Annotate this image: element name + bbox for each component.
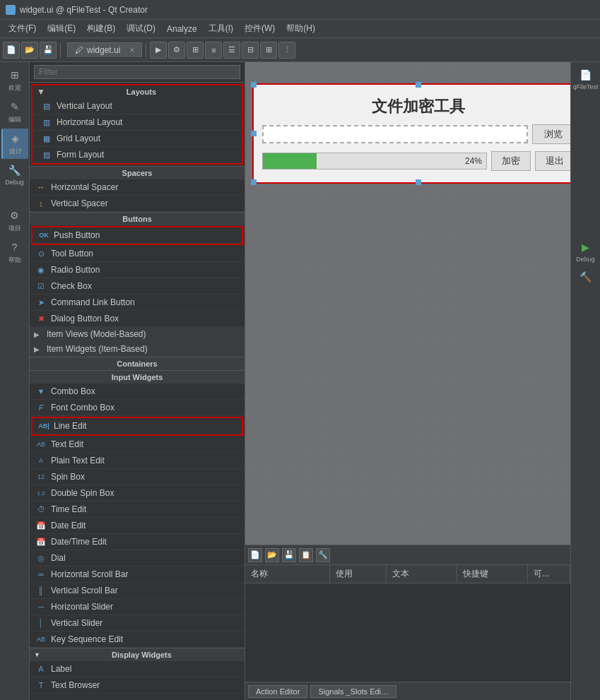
horizontal-layout-icon: ▥	[41, 117, 52, 128]
bottom-btn-tools[interactable]: 🔧	[316, 548, 330, 562]
widget-item-views-model[interactable]: ▶ Item Views (Model-Based)	[30, 327, 245, 342]
widget-item-spin-box[interactable]: 12 Spin Box	[30, 469, 245, 485]
file-tab-label: widget.ui	[87, 45, 120, 55]
toolbar-btn7[interactable]: ⊞	[260, 42, 277, 59]
widget-label-check-box: Check Box	[51, 281, 92, 291]
widget-item-horizontal-scroll-bar[interactable]: ═ Horizontal Scroll Bar	[30, 566, 245, 583]
quit-button[interactable]: 退出	[535, 151, 570, 171]
menu-edit[interactable]: 编辑(E)	[42, 21, 81, 36]
toolbar-save[interactable]: 💾	[40, 42, 57, 59]
toolbar-btn2[interactable]: ⚙	[168, 42, 185, 59]
form-file-row: 浏览	[262, 124, 570, 144]
widget-item-dial[interactable]: ◎ Dial	[30, 550, 245, 566]
right-icon-qfiletest[interactable]: 📄 qFileTest	[572, 65, 599, 93]
tool-button-icon: ⊙	[35, 248, 47, 259]
tab-signals-slots[interactable]: Signals _Slots Edi…	[310, 685, 396, 698]
widget-item-command-link-button[interactable]: ➤ Command Link Button	[30, 295, 245, 311]
toolbar-btn8[interactable]: ⋮	[278, 42, 295, 59]
widget-item-combo-box[interactable]: ▼ Combo Box	[30, 384, 245, 400]
toolbar-btn1[interactable]: ▶	[150, 42, 167, 59]
menu-analyze[interactable]: Analyze	[161, 23, 203, 35]
hammer-icon: 🔨	[579, 270, 593, 284]
menu-tools[interactable]: 工具(I)	[203, 21, 239, 36]
right-icon-play[interactable]: ▶ Debug	[572, 237, 599, 266]
bottom-btn-save[interactable]: 💾	[282, 548, 296, 562]
bottom-btn-new[interactable]: 📄	[248, 548, 262, 562]
design-canvas[interactable]: 文件加密工具 浏览 24% 加密	[245, 62, 570, 545]
sidebar-item-project[interactable]: ⚙ 项目	[1, 206, 28, 236]
widget-item-tool-button[interactable]: ⊙ Tool Button	[30, 246, 245, 262]
toolbar-btn4[interactable]: ≡	[205, 42, 222, 59]
file-tab-icon: 🖊	[75, 45, 83, 55]
menu-file[interactable]: 文件(F)	[3, 21, 42, 36]
widget-label-v-slider: Vertical Slider	[51, 618, 102, 628]
widget-item-form-layout[interactable]: ▧ Form Layout	[33, 147, 242, 163]
widget-item-label[interactable]: A Label	[30, 661, 245, 677]
menu-debug[interactable]: 调试(D)	[121, 21, 161, 36]
sidebar-item-welcome[interactable]: ⊞ 欢迎	[1, 65, 28, 95]
widget-item-dialog-button-box[interactable]: ✖ Dialog Button Box	[30, 311, 245, 327]
bottom-btn-copy[interactable]: 📋	[299, 548, 313, 562]
widget-item-date-edit[interactable]: 📅 Date Edit	[30, 518, 245, 534]
widget-item-datetime-edit[interactable]: 📅 Date/Time Edit	[30, 534, 245, 550]
encrypt-button[interactable]: 加密	[491, 151, 531, 171]
handle-ml[interactable]	[251, 131, 257, 136]
sidebar-label-help: 帮助	[8, 256, 21, 265]
toolbar-new[interactable]: 📄	[3, 42, 20, 59]
sidebar-item-help[interactable]: ? 帮助	[1, 237, 28, 268]
tab-action-editor[interactable]: Action Editor	[248, 685, 307, 698]
widget-item-push-button[interactable]: OK Push Button	[33, 227, 242, 244]
handle-bl[interactable]	[251, 179, 257, 185]
widget-item-plain-text-edit[interactable]: A Plain Text Edit	[30, 453, 245, 469]
right-icon-hammer[interactable]: 🔨	[572, 267, 599, 288]
widget-item-widgets-item[interactable]: ▶ Item Widgets (Item-Based)	[30, 342, 245, 357]
filter-input[interactable]	[34, 65, 240, 79]
form-layout-icon: ▧	[41, 149, 52, 160]
widget-item-vertical-slider[interactable]: │ Vertical Slider	[30, 615, 245, 631]
widget-item-time-edit[interactable]: ⏱ Time Edit	[30, 502, 245, 518]
handle-tl[interactable]	[251, 82, 257, 88]
sidebar-item-edit[interactable]: ✎ 编辑	[1, 97, 28, 127]
widget-label-vertical-layout: Vertical Layout	[57, 101, 112, 111]
widget-item-text-edit[interactable]: AB Text Edit	[30, 437, 245, 453]
handle-tm[interactable]	[416, 82, 421, 88]
layouts-collapse[interactable]: ▼ Layouts	[33, 85, 242, 98]
toolbar-btn6[interactable]: ⊟	[242, 42, 259, 59]
toolbar-open[interactable]: 📂	[21, 42, 38, 59]
widget-item-check-box[interactable]: ☑ Check Box	[30, 278, 245, 295]
line-edit-icon: AB|	[38, 420, 49, 432]
bottom-btn-open[interactable]: 📂	[265, 548, 279, 562]
widget-item-vertical-spacer[interactable]: ↕ Vertical Spacer	[30, 196, 245, 212]
widget-item-text-browser[interactable]: T Text Browser	[30, 677, 245, 694]
widget-item-horizontal-spacer[interactable]: ↔ Horizontal Spacer	[30, 179, 245, 196]
menu-build[interactable]: 构建(B)	[81, 21, 121, 36]
widget-item-grid-layout[interactable]: ▦ Grid Layout	[33, 131, 242, 147]
right-label-qfiletest: qFileTest	[573, 83, 599, 90]
sidebar-item-debug[interactable]: 🔧 Debug	[1, 160, 28, 189]
widget-item-double-spin-box[interactable]: 1.2 Double Spin Box	[30, 485, 245, 502]
widget-item-line-edit[interactable]: AB| Line Edit	[33, 418, 242, 434]
col-header-visible: 可...	[528, 565, 570, 583]
file-tab-close[interactable]: ×	[129, 45, 134, 55]
toolbar-btn5[interactable]: ☰	[223, 42, 240, 59]
file-tab-widget-ui[interactable]: 🖊 widget.ui ×	[67, 42, 142, 57]
progress-label: 24%	[465, 156, 482, 166]
widget-item-vertical-scroll-bar[interactable]: ║ Vertical Scroll Bar	[30, 583, 245, 599]
menu-widget[interactable]: 控件(W)	[239, 21, 281, 36]
menu-help[interactable]: 帮助(H)	[281, 21, 321, 36]
widget-item-font-combo-box[interactable]: F Font Combo Box	[30, 400, 245, 416]
widget-label-radio-button: Radio Button	[51, 265, 100, 275]
widget-label-datetime-edit: Date/Time Edit	[51, 537, 107, 547]
widget-item-vertical-layout[interactable]: ▤ Vertical Layout	[33, 98, 242, 114]
display-widgets-header: ▼ Display Widgets	[30, 648, 245, 661]
handle-bm[interactable]	[416, 179, 421, 185]
widget-item-radio-button[interactable]: ◉ Radio Button	[30, 262, 245, 278]
widget-item-horizontal-slider[interactable]: ─ Horizontal Slider	[30, 599, 245, 615]
welcome-icon: ⊞	[8, 68, 22, 82]
browse-button[interactable]: 浏览	[532, 124, 570, 144]
widget-item-horizontal-layout[interactable]: ▥ Horizontal Layout	[33, 114, 242, 131]
form-line-edit[interactable]	[262, 125, 528, 143]
sidebar-item-design[interactable]: ◈ 设计	[1, 129, 28, 159]
toolbar-btn3[interactable]: ⊞	[187, 42, 204, 59]
widget-item-key-sequence-edit[interactable]: AB Key Sequence Edit	[30, 631, 245, 648]
